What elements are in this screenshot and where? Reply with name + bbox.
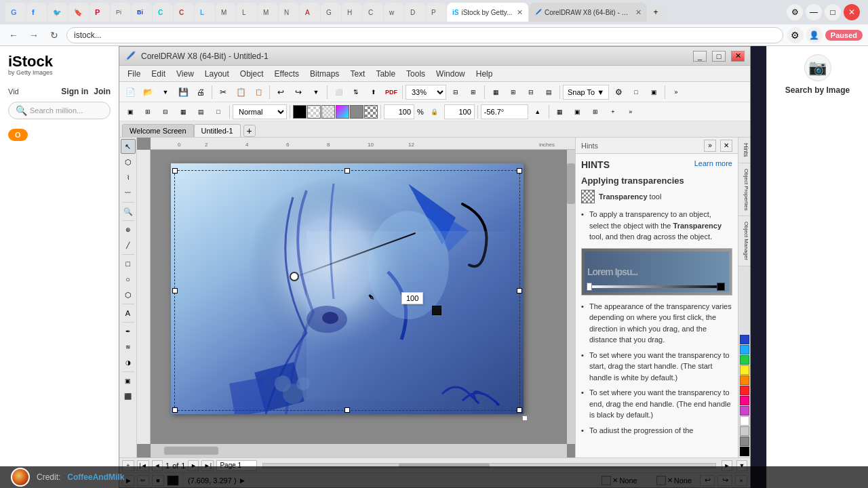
lock-btn[interactable]: 🔒 xyxy=(427,104,443,120)
menu-edit[interactable]: Edit xyxy=(146,68,171,80)
tab-facebook[interactable]: f xyxy=(26,3,47,22)
scroll-thumb-v[interactable] xyxy=(567,163,575,204)
redo-btn[interactable]: ↪ xyxy=(290,84,307,100)
shape-tool[interactable]: ⬡ xyxy=(121,155,136,169)
handle-bm[interactable] xyxy=(344,407,350,413)
handle-bl[interactable] xyxy=(172,407,178,413)
tab-6[interactable]: Bi xyxy=(132,3,152,22)
tab-16[interactable]: H xyxy=(342,3,362,22)
tab-11[interactable]: L xyxy=(237,3,257,22)
close-btn[interactable]: ✕ xyxy=(731,51,745,62)
maximize-browser-btn[interactable]: □ xyxy=(825,4,841,20)
tab-twitter[interactable]: 🐦 xyxy=(47,3,68,22)
swatch-lightblue[interactable] xyxy=(740,345,749,354)
transparency-end-handle[interactable] xyxy=(432,306,441,315)
snap-to-btn[interactable]: Snap To ▼ xyxy=(563,85,609,100)
tb-extra-btn[interactable]: » xyxy=(668,84,684,100)
swatch-gray[interactable] xyxy=(740,436,749,446)
handle-ml[interactable] xyxy=(172,288,178,293)
tab-19[interactable]: D xyxy=(405,3,425,22)
menu-bitmaps[interactable]: Bitmaps xyxy=(304,68,344,80)
poly-tool[interactable]: ⬡ xyxy=(121,287,136,302)
address-bar[interactable] xyxy=(66,27,783,43)
tb-view1[interactable]: ▦ xyxy=(488,84,504,100)
restore-btn[interactable]: □ xyxy=(712,51,726,62)
menu-help[interactable]: Help xyxy=(471,68,498,80)
tab-8[interactable]: C xyxy=(174,3,194,22)
tb-view2[interactable]: ⊞ xyxy=(505,84,521,100)
checker-swatch[interactable] xyxy=(321,105,335,119)
swatch-yellow[interactable] xyxy=(740,365,749,375)
transparency-start-handle[interactable] xyxy=(290,272,299,281)
signin-link[interactable]: Sign in xyxy=(61,87,88,96)
tab-google[interactable]: G xyxy=(5,3,26,22)
transparency-tool[interactable]: ◑ xyxy=(121,355,136,370)
extensions-icon[interactable]: ⚙ xyxy=(787,27,804,43)
paste-btn[interactable]: 📋 xyxy=(250,84,267,100)
pen-tool[interactable]: ✒ xyxy=(121,324,136,339)
zoom-out-btn[interactable]: ⊟ xyxy=(448,84,464,100)
tb-btn-3[interactable]: ▼ xyxy=(157,84,174,100)
tab-untitled1[interactable]: Untitled-1 xyxy=(194,124,241,137)
swatch-pink[interactable] xyxy=(740,396,749,405)
right-tab-hints[interactable]: Hints xyxy=(738,138,751,163)
tb-arrows-btn[interactable]: ⇅ xyxy=(348,84,364,100)
tab-18[interactable]: w xyxy=(384,3,404,22)
menu-layout[interactable]: Layout xyxy=(199,68,235,80)
new-tab-btn[interactable]: + xyxy=(649,5,663,19)
frame-tool[interactable]: ▣ xyxy=(121,373,136,388)
tab-13[interactable]: N xyxy=(279,3,299,22)
forward-btn[interactable]: → xyxy=(26,27,42,43)
tb2-select[interactable]: ▣ xyxy=(122,104,138,120)
learn-more-link[interactable]: Learn more xyxy=(694,159,732,167)
freehand-tool[interactable]: ⌇ xyxy=(121,170,136,185)
page-resize-handle[interactable] xyxy=(522,415,528,421)
check2-swatch[interactable] xyxy=(364,105,378,119)
tab-15[interactable]: G xyxy=(321,3,341,22)
handle-mr[interactable] xyxy=(517,288,522,293)
tab-corel[interactable]: 🖊️ CorelDRAW X8 (64-Bit) - Untitled-1 ✕ xyxy=(529,3,647,22)
tb-view3[interactable]: ⊟ xyxy=(523,84,539,100)
swatch-lightgray[interactable] xyxy=(740,426,749,436)
pattern-swatch[interactable] xyxy=(307,105,321,119)
right-tab-object-manager[interactable]: Object Manager xyxy=(738,216,751,266)
reload-btn[interactable]: ↻ xyxy=(46,27,62,43)
menu-text[interactable]: Text xyxy=(344,68,370,80)
tb2-5[interactable]: ▤ xyxy=(193,104,209,120)
tb-view4[interactable]: ▤ xyxy=(540,84,557,100)
import-btn[interactable]: ⬜ xyxy=(330,84,347,100)
tb-sq2-btn[interactable]: ▣ xyxy=(646,84,662,100)
text-tool[interactable]: A xyxy=(121,306,136,321)
add-doc-tab-btn[interactable]: + xyxy=(243,125,256,137)
angle-input[interactable] xyxy=(481,104,528,119)
gray-swatch[interactable] xyxy=(350,105,363,119)
print-btn[interactable]: 🖨 xyxy=(193,84,209,100)
zoom-tool[interactable]: 🔍 xyxy=(121,204,136,219)
height-input[interactable] xyxy=(444,104,475,119)
tab-7[interactable]: C xyxy=(153,3,173,22)
profile-icon[interactable]: 👤 xyxy=(806,27,823,43)
grad-start-marker[interactable] xyxy=(587,283,592,291)
tb2-4[interactable]: ▦ xyxy=(175,104,191,120)
hints-expand-btn[interactable]: » xyxy=(704,140,716,152)
tab-12[interactable]: M xyxy=(258,3,278,22)
settings-btn[interactable]: ⚙ xyxy=(610,84,627,100)
tb2-end1[interactable]: ▦ xyxy=(552,104,568,120)
tab-17[interactable]: C xyxy=(363,3,383,22)
right-tab-object-props[interactable]: Object Properties xyxy=(738,163,751,217)
blend-tool[interactable]: ≋ xyxy=(121,340,136,354)
angle-up-btn[interactable]: ▲ xyxy=(530,104,546,120)
artistic-tool[interactable]: 〰 xyxy=(121,186,136,201)
new-btn[interactable]: 📄 xyxy=(122,84,138,100)
tab-istock-active[interactable]: iS iStock by Getty... ✕ xyxy=(447,3,528,22)
menu-view[interactable]: View xyxy=(171,68,199,80)
swatch-red[interactable] xyxy=(740,386,749,395)
copy-btn[interactable]: 📋 xyxy=(233,84,249,100)
grad-end-marker[interactable] xyxy=(717,283,725,291)
menu-window[interactable]: Window xyxy=(431,68,471,80)
select-tool[interactable]: ↖ xyxy=(121,139,136,154)
tab-14[interactable]: A xyxy=(300,3,320,22)
tb-sq-btn[interactable]: □ xyxy=(628,84,644,100)
orange-btn[interactable]: O xyxy=(8,129,28,141)
tab-5[interactable]: Pi xyxy=(111,3,131,22)
